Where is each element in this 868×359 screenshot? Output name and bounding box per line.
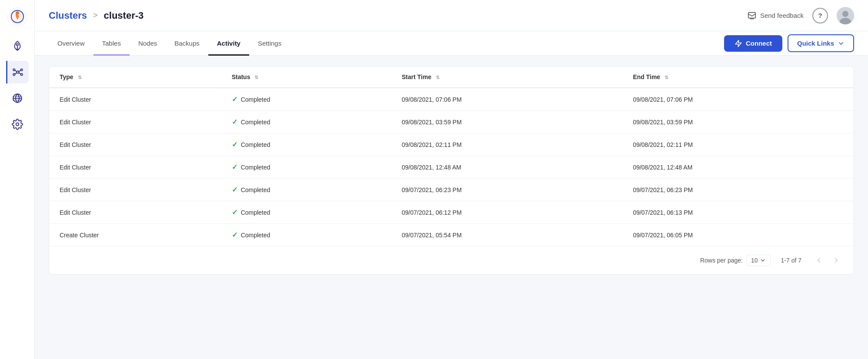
col-header-start-time[interactable]: Start Time ⇅ (391, 66, 623, 88)
tab-activity[interactable]: Activity (208, 32, 249, 56)
sidebar-item-settings[interactable] (6, 113, 29, 136)
sidebar (0, 0, 35, 359)
cell-start-time: 09/07/2021, 05:54 PM (391, 224, 623, 246)
content-area: Type ⇅ Status ⇅ Start Time ⇅ (35, 56, 868, 359)
tab-nodes[interactable]: Nodes (130, 32, 166, 56)
header-breadcrumb: Clusters > cluster-3 (49, 10, 144, 21)
send-feedback-button[interactable]: Send feedback (747, 11, 804, 20)
type-sort-icon: ⇅ (78, 75, 82, 80)
sidebar-item-deployments[interactable] (6, 35, 29, 57)
tab-backups[interactable]: Backups (166, 32, 208, 56)
cell-end-time: 09/07/2021, 06:05 PM (622, 224, 854, 246)
next-page-button[interactable] (829, 253, 843, 267)
svg-rect-15 (748, 12, 756, 18)
sidebar-item-clusters[interactable] (6, 61, 29, 83)
page-navigation (812, 253, 843, 267)
svg-line-9 (15, 70, 17, 72)
cell-end-time: 09/08/2021, 12:48 AM (622, 156, 854, 179)
cell-status: ✓ Completed (221, 201, 391, 224)
table-row: Edit Cluster ✓ Completed 09/08/2021, 03:… (49, 111, 854, 133)
cell-end-time: 09/07/2021, 06:23 PM (622, 179, 854, 201)
cell-status: ✓ Completed (221, 179, 391, 201)
table-header-row: Type ⇅ Status ⇅ Start Time ⇅ (49, 66, 854, 88)
cell-status: ✓ Completed (221, 156, 391, 179)
svg-point-17 (842, 11, 848, 17)
check-icon: ✓ (232, 208, 237, 216)
next-page-icon (832, 256, 840, 264)
tabs-list: Overview Tables Nodes Backups Activity S… (49, 31, 290, 55)
col-header-type[interactable]: Type ⇅ (49, 66, 221, 88)
app-layout: Clusters > cluster-3 Send feedback ? (0, 0, 868, 359)
tabs-actions: Connect Quick Links (724, 34, 854, 52)
cell-type: Edit Cluster (49, 88, 221, 111)
cell-type: Edit Cluster (49, 133, 221, 156)
cell-end-time: 09/07/2021, 06:13 PM (622, 201, 854, 224)
chevron-down-icon (838, 40, 845, 47)
user-avatar[interactable] (837, 7, 854, 24)
cell-status: ✓ Completed (221, 111, 391, 133)
avatar-icon (837, 7, 854, 24)
cell-start-time: 09/08/2021, 12:48 AM (391, 156, 623, 179)
connect-icon (734, 40, 742, 47)
prev-page-button[interactable] (812, 253, 826, 267)
cell-status: ✓ Completed (221, 224, 391, 246)
tab-settings[interactable]: Settings (249, 32, 290, 56)
quick-links-button[interactable]: Quick Links (788, 34, 854, 52)
sidebar-item-global-settings[interactable] (6, 87, 29, 110)
cell-end-time: 09/08/2021, 03:59 PM (622, 111, 854, 133)
svg-line-10 (19, 70, 20, 72)
check-icon: ✓ (232, 118, 237, 126)
breadcrumb-separator: > (93, 11, 98, 20)
cell-start-time: 09/07/2021, 06:12 PM (391, 201, 623, 224)
prev-page-icon (815, 256, 823, 264)
cell-status: ✓ Completed (221, 88, 391, 111)
cell-type: Edit Cluster (49, 201, 221, 224)
tab-tables[interactable]: Tables (93, 32, 130, 56)
svg-line-11 (15, 73, 17, 74)
app-logo[interactable] (7, 7, 28, 28)
check-icon: ✓ (232, 95, 237, 103)
main-content: Clusters > cluster-3 Send feedback ? (35, 0, 868, 359)
cell-start-time: 09/08/2021, 02:11 PM (391, 133, 623, 156)
col-header-end-time[interactable]: End Time ⇅ (622, 66, 854, 88)
check-icon: ✓ (232, 140, 237, 149)
end-time-sort-icon: ⇅ (664, 75, 668, 80)
rows-per-page: Rows per page: 10 (700, 255, 771, 266)
col-header-status[interactable]: Status ⇅ (221, 66, 391, 88)
breadcrumb-current: cluster-3 (104, 10, 144, 21)
svg-point-14 (16, 123, 19, 126)
table-row: Edit Cluster ✓ Completed 09/08/2021, 02:… (49, 133, 854, 156)
status-sort-icon: ⇅ (254, 75, 258, 80)
cell-end-time: 09/08/2021, 02:11 PM (622, 133, 854, 156)
activity-table-container: Type ⇅ Status ⇅ Start Time ⇅ (49, 66, 854, 275)
page-info: 1-7 of 7 (781, 257, 801, 264)
cell-type: Create Cluster (49, 224, 221, 246)
breadcrumb-parent[interactable]: Clusters (49, 10, 87, 21)
svg-line-12 (19, 73, 20, 74)
tab-overview[interactable]: Overview (49, 32, 93, 56)
cell-type: Edit Cluster (49, 156, 221, 179)
table-row: Edit Cluster ✓ Completed 09/07/2021, 06:… (49, 201, 854, 224)
header-actions: Send feedback ? (747, 7, 854, 24)
pagination: Rows per page: 10 1-7 of 7 (49, 246, 854, 274)
table-row: Create Cluster ✓ Completed 09/07/2021, 0… (49, 224, 854, 246)
cell-start-time: 09/07/2021, 06:23 PM (391, 179, 623, 201)
svg-point-2 (16, 11, 19, 15)
cell-type: Edit Cluster (49, 111, 221, 133)
check-icon: ✓ (232, 231, 237, 239)
svg-marker-19 (735, 40, 741, 47)
cell-status: ✓ Completed (221, 133, 391, 156)
rows-select-chevron (760, 257, 766, 263)
cell-end-time: 09/08/2021, 07:06 PM (622, 88, 854, 111)
svg-point-3 (16, 44, 18, 46)
table-row: Edit Cluster ✓ Completed 09/08/2021, 07:… (49, 88, 854, 111)
connect-button[interactable]: Connect (724, 35, 782, 52)
header: Clusters > cluster-3 Send feedback ? (35, 0, 868, 31)
table-row: Edit Cluster ✓ Completed 09/08/2021, 12:… (49, 156, 854, 179)
help-button[interactable]: ? (812, 8, 828, 23)
check-icon: ✓ (232, 186, 237, 194)
feedback-icon (747, 11, 757, 20)
rows-per-page-select[interactable]: 10 (746, 255, 771, 266)
table-body: Edit Cluster ✓ Completed 09/08/2021, 07:… (49, 88, 854, 246)
cell-start-time: 09/08/2021, 03:59 PM (391, 111, 623, 133)
